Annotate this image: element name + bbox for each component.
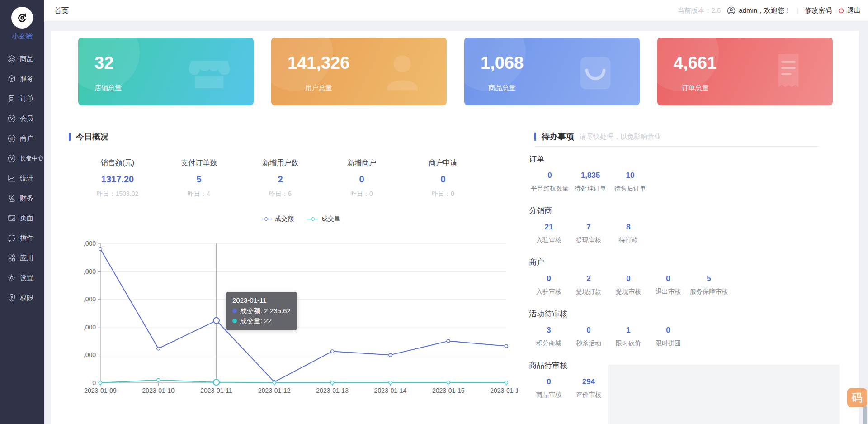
topbar-right: 当前版本：2.6 admin，欢迎您！ | 修改密码 退出 <box>677 0 861 21</box>
sidebar-item-member[interactable]: 会员 <box>0 109 44 129</box>
sidebar-item-label: 统计 <box>20 174 33 183</box>
todo-item[interactable]: 21入驻审核 <box>529 223 569 244</box>
todo-item[interactable]: 7提现审核 <box>569 223 609 244</box>
todo-item-value: 0 <box>610 274 646 283</box>
today-stat: 新增商户0昨日：0 <box>321 158 402 198</box>
todo-item[interactable]: 0提现审核 <box>609 274 648 296</box>
svg-text:2023-01-09: 2023-01-09 <box>84 387 117 394</box>
todo-item-value: 21 <box>531 223 567 232</box>
svg-text:2023-01-10: 2023-01-10 <box>142 387 175 394</box>
todo-item[interactable]: 294评价审核 <box>569 377 609 399</box>
svg-text:2023-01-13: 2023-01-13 <box>316 387 349 394</box>
order-icon <box>7 94 16 103</box>
todo-item-label: 服务保障审核 <box>690 288 728 296</box>
todo-item[interactable]: 0平台维权数量 <box>529 171 571 193</box>
sidebar-item-stats[interactable]: 统计 <box>0 168 44 188</box>
tab-home[interactable]: 首页 <box>54 0 69 21</box>
stat-yesterday: 昨日：0 <box>402 190 484 198</box>
todo-item[interactable]: 0限时拼团 <box>648 326 688 348</box>
todo-item[interactable]: 3积分商城 <box>529 326 569 348</box>
main-content: 32店铺总量141,326用户总量1,068商品总量4,661订单总量 今日概况… <box>51 31 859 424</box>
sidebar-item-settings[interactable]: 设置 <box>0 268 44 288</box>
todo-section-title: 待办事项 <box>542 131 574 142</box>
sidebar-item-service[interactable]: 服务 <box>0 69 44 89</box>
sidebar-item-merchant[interactable]: 供商户 <box>0 129 44 148</box>
sidebar-item-label: 会员 <box>20 114 33 123</box>
sidebar-item-plugin[interactable]: 插件 <box>0 228 44 248</box>
welcome-text: admin，欢迎您！ <box>739 6 791 15</box>
todo-item[interactable]: 0商品审核 <box>529 377 569 399</box>
trend-chart[interactable]: 01,0002,0003,0004,0005,0002023-01-092023… <box>84 237 518 400</box>
todo-item-value: 1 <box>610 326 646 335</box>
sidebar-item-finance[interactable]: 财务 <box>0 188 44 208</box>
legend-item[interactable]: 成交额 <box>261 215 294 223</box>
card-value: 4,661 <box>674 54 717 72</box>
empty-placeholder <box>608 365 840 424</box>
vertical-scrollbar-thumb[interactable] <box>863 406 867 424</box>
todo-item-value: 0 <box>531 377 567 386</box>
change-password-link[interactable]: 修改密码 <box>805 6 832 15</box>
shopping-bag-icon <box>570 46 621 98</box>
svg-text:2023-01-15: 2023-01-15 <box>432 387 465 394</box>
card-label: 订单总量 <box>674 84 717 92</box>
stat-cards-row: 32店铺总量141,326用户总量1,068商品总量4,661订单总量 <box>78 38 833 105</box>
sidebar-item-permission[interactable]: 权限 <box>0 288 44 308</box>
legend-symbol <box>261 219 272 219</box>
stat-card-2: 141,326用户总量 <box>271 38 447 105</box>
todo-item[interactable]: 10待售后订单 <box>610 171 650 193</box>
topbar-separator: | <box>797 7 799 14</box>
pig-logo-icon <box>15 11 29 24</box>
todo-item[interactable]: 5服务保障审核 <box>688 274 730 296</box>
sidebar-item-label: 权限 <box>20 294 33 302</box>
todo-item[interactable]: 0退出审核 <box>648 274 688 296</box>
today-stat: 支付订单数5昨日：4 <box>158 158 240 198</box>
todo-item[interactable]: 1,835待处理订单 <box>571 171 610 193</box>
sidebar-item-apps[interactable]: 应用 <box>0 248 44 268</box>
apps-icon <box>7 253 16 262</box>
todo-item-value: 1,835 <box>572 171 609 180</box>
stat-card-1: 32店铺总量 <box>78 38 254 105</box>
user-menu[interactable]: admin，欢迎您！ <box>726 6 791 15</box>
todo-item[interactable]: 8待打款 <box>609 223 648 244</box>
sidebar-item-elder-center[interactable]: 长者中心 <box>0 148 44 168</box>
todo-section-header: 待办事项 请尽快处理，以免影响营业 <box>534 131 661 142</box>
legend-symbol <box>307 219 318 219</box>
legend-label: 成交额 <box>275 215 294 223</box>
svg-text:2,000: 2,000 <box>84 324 96 331</box>
todo-item-label: 待售后订单 <box>612 185 648 193</box>
todo-item[interactable]: 2提现打款 <box>569 274 609 296</box>
legend-item[interactable]: 成交量 <box>307 215 340 223</box>
todo-item[interactable]: 0入驻审核 <box>529 274 569 296</box>
page-icon <box>7 214 16 223</box>
todo-item-label: 提现审核 <box>610 288 646 296</box>
today-section-title: 今日概况 <box>76 131 108 142</box>
sidebar-item-order[interactable]: 订单 <box>0 89 44 109</box>
sidebar-menu: 商品服务订单会员供商户长者中心统计财务页面插件应用设置权限 <box>0 49 44 308</box>
sidebar-item-label: 财务 <box>20 194 33 203</box>
card-value: 141,326 <box>288 54 349 72</box>
card-label: 用户总量 <box>288 84 349 92</box>
logout-link[interactable]: 退出 <box>838 6 861 15</box>
todo-item-label: 限时拼团 <box>650 339 686 348</box>
today-trend-chart-svg[interactable]: 01,0002,0003,0004,0005,0002023-01-092023… <box>84 237 518 400</box>
finance-icon <box>7 194 16 203</box>
stat-yesterday: 昨日：6 <box>240 190 321 198</box>
chart-legend: 成交额成交量 <box>84 215 518 223</box>
permission-icon <box>7 293 16 302</box>
todo-item-label: 待打款 <box>610 236 646 244</box>
todo-item-value: 2 <box>571 274 607 283</box>
todo-group: 商户0入驻审核2提现打款0提现审核0退出审核5服务保障审核 <box>529 257 827 309</box>
svg-text:2023-01-16: 2023-01-16 <box>490 387 518 394</box>
todo-group: 订单0平台维权数量1,835待处理订单10待售后订单 <box>529 154 827 205</box>
sidebar-item-label: 插件 <box>20 234 33 243</box>
sidebar-item-page[interactable]: 页面 <box>0 208 44 228</box>
todo-item[interactable]: 0秒杀活动 <box>569 326 609 348</box>
svg-text:4,000: 4,000 <box>84 268 96 275</box>
todo-item-value: 8 <box>610 223 646 232</box>
sidebar-item-goods[interactable]: 商品 <box>0 49 44 69</box>
receipt-icon <box>763 46 814 98</box>
todo-group: 活动待审核3积分商城0秒杀活动1限时砍价0限时拼团 <box>529 309 827 360</box>
section-bar <box>69 133 71 141</box>
todo-item[interactable]: 1限时砍价 <box>609 326 648 348</box>
todo-item-label: 限时砍价 <box>610 339 646 348</box>
